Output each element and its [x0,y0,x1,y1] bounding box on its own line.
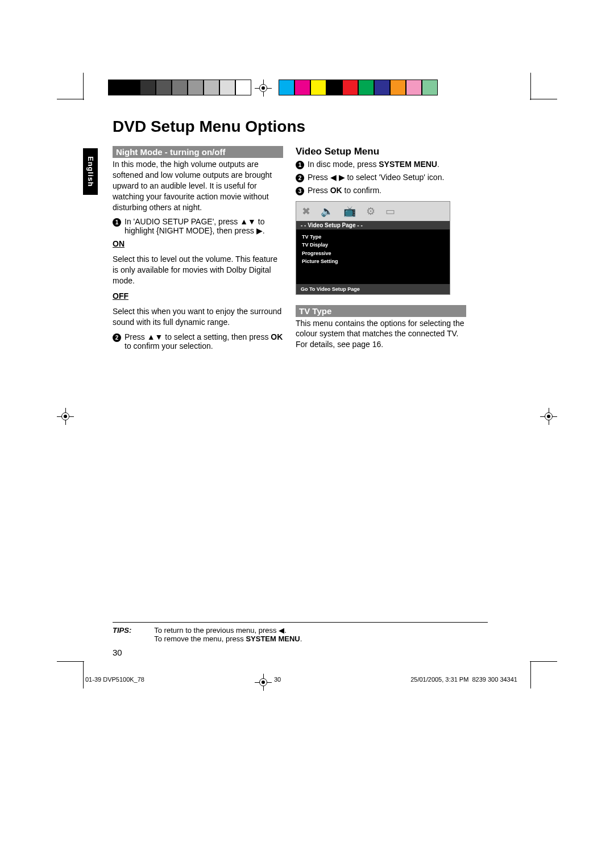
registration-mark [540,408,557,425]
color-bar-color [279,80,438,97]
language-tab: English [83,148,98,195]
tips-footer: TIPS: To return to the previous menu, pr… [113,622,488,643]
osd-item: TV Display [302,241,444,249]
bullet-2-icon: 2 [296,174,304,182]
osd-screenshot: ✖ 🔈 📺 ⚙ ▭ - - Video Setup Page - - TV Ty… [296,201,450,295]
imposition-footer: 01-39 DVP5100K_78 30 25/01/2005, 3:31 PM… [85,676,517,683]
on-label: ON [113,239,283,249]
video-step-1-text: In disc mode, press SYSTEM MENU. [308,160,439,169]
registration-mark [255,80,272,97]
off-text: Select this when you want to enjoy the s… [113,306,283,328]
left-arrow-icon: ◀ [279,626,284,635]
video-step-2-text: Press ◀ ▶ to select 'Video Setup' icon. [308,173,444,182]
osd-title: - - Video Setup Page - - [296,221,450,229]
osd-tab-icons: ✖ 🔈 📺 ⚙ ▭ [296,202,450,221]
step-2: 2 Press ▲▼ to select a setting, then pre… [113,332,283,350]
imposition-date-code: 25/01/2005, 3:31 PM 8239 300 34341 [410,676,517,683]
video-step-3-text: Press OK to confirm. [308,186,381,195]
video-step-2: 2 Press ◀ ▶ to select 'Video Setup' icon… [296,173,466,182]
off-label: OFF [113,291,283,302]
section-video-setup: Video Setup Menu [296,146,466,157]
osd-item: Progressive [302,249,444,257]
tv-type-text: This menu contains the options for selec… [296,318,466,350]
bullet-1-icon: 1 [296,161,304,169]
color-bar-grayscale [108,80,251,97]
osd-footer: Go To Video Setup Page [296,284,450,294]
page-content: English DVD Setup Menu Options Night Mod… [85,111,500,354]
page-number: 30 [113,648,122,657]
page-title: DVD Setup Menu Options [113,118,500,136]
step-2-text: Press ▲▼ to select a setting, then press… [125,332,283,350]
bullet-1-icon: 1 [113,218,121,227]
tips-label: TIPS: [113,626,131,643]
up-down-arrow-icon: ▲▼ [240,217,256,226]
imposition-file: 01-39 DVP5100K_78 [85,676,144,683]
video-step-1: 1 In disc mode, press SYSTEM MENU. [296,160,466,169]
left-right-arrow-icon: ◀ ▶ [330,173,345,182]
imposition-sheet: 30 [274,676,281,683]
section-tv-type: TV Type [296,305,466,317]
night-mode-intro: In this mode, the high volume outputs ar… [113,159,283,212]
tv-icon: 📺 [343,205,356,218]
right-arrow-icon: ▶ [256,226,263,235]
speaker-icon: 🔈 [321,205,333,218]
step-1-text: In 'AUDIO SETUP PAGE', press ▲▼ to highl… [125,217,283,235]
bullet-2-icon: 2 [113,333,121,342]
up-down-arrow-icon: ▲▼ [147,332,163,341]
sliders-icon: ⚙ [366,205,375,218]
left-column: Night Mode - turning on/off In this mode… [113,146,283,354]
tips-text: To return to the previous menu, press ◀.… [154,626,302,643]
page-icon: ▭ [385,205,395,218]
registration-mark [57,408,74,425]
on-text: Select this to level out the volume. Thi… [113,254,283,286]
step-1: 1 In 'AUDIO SETUP PAGE', press ▲▼ to hig… [113,217,283,235]
right-column: Video Setup Menu 1 In disc mode, press S… [296,146,466,354]
osd-menu-items: TV Type TV Display Progressive Picture S… [296,229,450,284]
wrench-icon: ✖ [302,205,310,218]
osd-item: TV Type [302,233,444,241]
osd-item: Picture Setting [302,257,444,265]
section-night-mode: Night Mode - turning on/off [113,146,283,158]
bullet-3-icon: 3 [296,187,304,195]
video-step-3: 3 Press OK to confirm. [296,186,466,195]
